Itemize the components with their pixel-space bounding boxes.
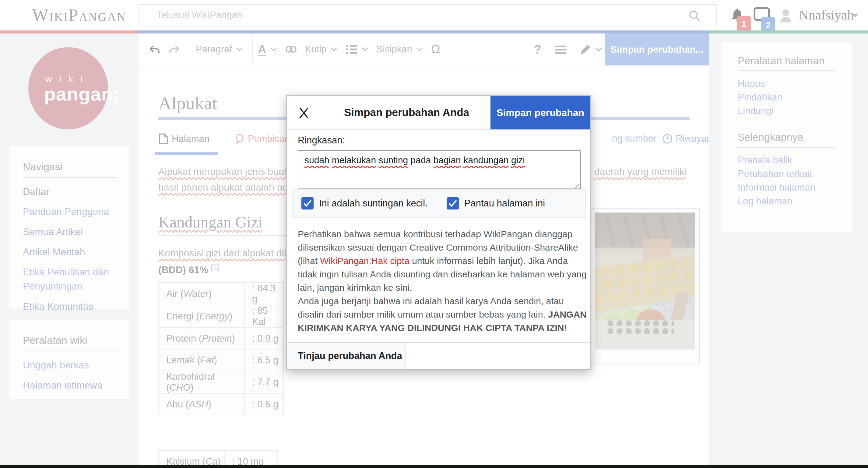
page-tool-hapus[interactable]: Hapus (738, 77, 846, 90)
editor-toolbar: Paragraf A Kutip Sisipkan (138, 33, 709, 65)
more-title: Selengkapnya (721, 121, 852, 147)
tab-sunting-sumber-partial[interactable]: ng sumber (612, 133, 656, 144)
page-options-menu-icon[interactable] (555, 43, 567, 56)
chevron-down-icon (362, 47, 369, 52)
hak-cipta-link[interactable]: WikiPangan:Hak cipta (320, 256, 409, 266)
checkmark-icon (303, 200, 312, 207)
sidebar-item-semua-artikel[interactable]: Semua Artikel (23, 225, 120, 239)
sidebar-item-artikel-mentah[interactable]: Artikel Mentah (23, 245, 120, 259)
paragraph-format-dropdown[interactable]: Paragraf (196, 44, 243, 55)
section-heading-kandungan-gizi: Kandungan Gizi (158, 213, 262, 231)
undo-button[interactable] (148, 43, 160, 55)
wiki-tools-card: Peralatan wiki Unggah berkas Halaman ist… (9, 320, 129, 399)
nav-title: Navigasi (9, 146, 129, 177)
user-menu-caret-icon[interactable] (851, 13, 859, 18)
section-intro-text: Komposisi gizi dari alpukat dihit (158, 248, 294, 259)
summary-textarea[interactable]: sudah melakukan sunting pada bagian kand… (298, 150, 581, 189)
username[interactable]: Nnafsiyah (799, 7, 854, 23)
site-logo[interactable]: WikiPangan (32, 5, 126, 25)
table-row: Air Water: 84.3 g (159, 283, 283, 305)
bottom-edge-bar (0, 465, 868, 468)
article-image-frame (590, 208, 700, 365)
edit-mode-pencil-icon[interactable] (579, 43, 591, 56)
sidebar-item-daftar[interactable]: Daftar (23, 185, 120, 199)
talk-bubble-icon (235, 133, 245, 145)
text-style-dropdown[interactable]: A (258, 43, 277, 56)
toolbar-separator (190, 35, 190, 63)
wikipangan-logo: wiki pangan; (28, 47, 108, 129)
close-icon[interactable] (298, 107, 310, 119)
minor-edit-option[interactable]: Ini adalah suntingan kecil. (302, 197, 428, 210)
bullet-list-icon (346, 43, 358, 55)
page-tool-pindahkan[interactable]: Pindahkan (738, 90, 846, 104)
clock-icon (662, 133, 673, 145)
textarea-resize-handle[interactable] (573, 181, 579, 188)
notification-count-badge[interactable]: 1 (737, 16, 751, 32)
chevron-down-icon[interactable] (595, 47, 602, 52)
redo-button[interactable] (168, 43, 181, 55)
more-informasi-halaman[interactable]: Informasi halaman (738, 181, 846, 194)
dialog-footer: Tinjau perubahan Anda (287, 342, 590, 369)
checkmark-icon (448, 200, 457, 207)
link-icon (285, 43, 297, 55)
chevron-down-icon (236, 47, 243, 52)
more-log-halaman[interactable]: Log halaman (738, 194, 846, 208)
more-pranala-balik[interactable]: Pranala balik (738, 153, 846, 167)
dialog-title: Simpan perubahan Anda (344, 106, 469, 119)
wiki-tools-title: Peralatan wiki (9, 320, 129, 350)
right-sidebar: Peralatan halaman Hapus Pindahkan Lindun… (709, 33, 868, 465)
chevron-down-icon (416, 47, 423, 52)
search-input[interactable]: Telusuri WikiPangan (138, 4, 717, 26)
user-avatar-icon[interactable] (778, 7, 794, 24)
page-icon (158, 133, 169, 145)
link-button[interactable] (285, 43, 297, 55)
search-icon[interactable] (688, 10, 701, 22)
sidebar-item-etika-komunitas[interactable]: Etika Komunitas (23, 299, 120, 314)
intro-text-line2: hasil panen alpukat adalah adal (158, 182, 295, 193)
page-title: Alpukat (158, 93, 217, 114)
logo-text-wiki: wiki (45, 74, 90, 84)
insert-dropdown[interactable]: Sisipkan (377, 44, 423, 55)
sidebar-item-etika-penulisan[interactable]: Etika Penulisan dan Penyuntingan (23, 265, 120, 293)
minor-edit-checkbox[interactable] (302, 197, 314, 210)
active-tab-underline (155, 152, 218, 155)
watch-page-option[interactable]: Pantau halaman ini (446, 197, 545, 210)
special-character-button[interactable]: Ω (431, 42, 440, 56)
save-changes-dialog: Simpan perubahan Anda Simpan perubahan R… (286, 95, 591, 370)
left-sidebar: wiki pangan; Navigasi Daftar Panduan Pen… (0, 33, 138, 465)
chevron-down-icon (270, 47, 277, 52)
wikipangan-editor-page: WikiPangan Telusuri WikiPangan 1 2 Nnafs… (0, 0, 868, 468)
sidebar-item-halaman-istimewa[interactable]: Halaman istimewa (23, 378, 120, 393)
top-header: WikiPangan Telusuri WikiPangan 1 2 Nnafs… (0, 0, 868, 30)
list-structure-dropdown[interactable] (346, 43, 369, 55)
sidebar-item-unggah-berkas[interactable]: Unggah berkas (23, 358, 120, 372)
watch-page-label: Pantau halaman ini (464, 198, 545, 209)
bdd-value-text: (BDD) 61% [1] (158, 263, 219, 276)
sidebar-item-panduan-pengguna[interactable]: Panduan Pengguna (23, 205, 120, 219)
save-changes-toolbar-button[interactable]: Simpan perubahan... (604, 33, 709, 65)
accent-strip-green (709, 30, 868, 33)
review-changes-button[interactable]: Tinjau perubahan Anda (287, 343, 406, 369)
table-row: Protein Protein: 0.9 g (159, 327, 283, 349)
more-perubahan-terkait[interactable]: Perubahan terkait (738, 167, 846, 181)
dialog-options-bar: Ini adalah suntingan kecil. Pantau halam… (292, 189, 586, 218)
watch-page-checkbox[interactable] (446, 197, 459, 210)
toolbar-separator (252, 35, 253, 63)
reference-link[interactable]: [1] (211, 263, 219, 271)
page-tool-lindungi[interactable]: Lindungi (738, 104, 846, 118)
summary-label: Ringkasan: (298, 135, 345, 146)
tab-riwayat[interactable]: Riwayat (662, 133, 709, 145)
logo-text-pangan: pangan; (44, 83, 120, 105)
undo-icon (148, 43, 160, 55)
tab-halaman[interactable]: Halaman (158, 133, 210, 145)
chevron-down-icon (330, 47, 338, 52)
help-button[interactable]: ? (534, 43, 541, 56)
fruit-market-photo[interactable] (595, 213, 695, 349)
intro-text-right-fragment: daerah yang memiliki (594, 166, 686, 177)
cite-dropdown[interactable]: Kutip (305, 44, 338, 55)
accent-strip-blue (138, 30, 709, 33)
accent-strip-pink (0, 30, 138, 33)
save-changes-button[interactable]: Simpan perubahan (491, 96, 590, 129)
redo-icon (168, 43, 181, 55)
nutrition-table: Air Water: 84.3 gEnergi Energy: 85 KalPr… (158, 282, 284, 415)
